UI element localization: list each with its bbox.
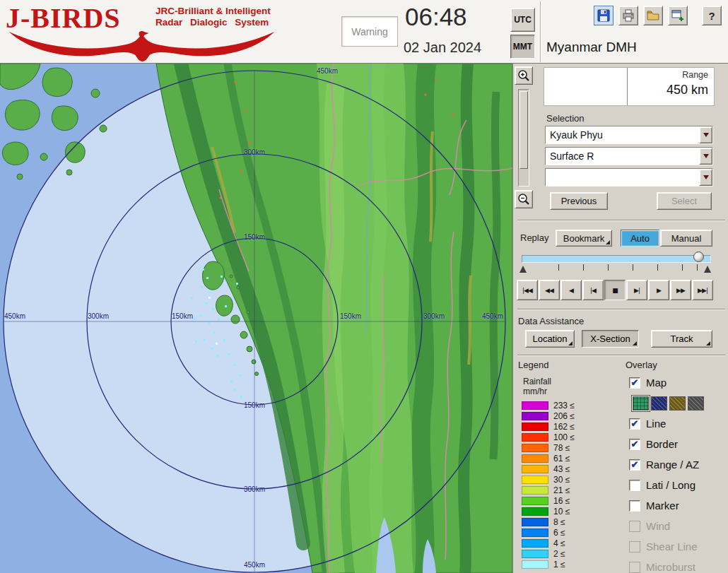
legend-units: Rainfall mm/hr xyxy=(523,377,551,397)
legend-color-swatch xyxy=(522,518,548,526)
zoom-slider-thumb[interactable] xyxy=(519,91,528,169)
legend-row: 206 ≤ xyxy=(522,410,575,421)
help-button[interactable]: ? xyxy=(702,6,722,25)
map-style-swatch-0[interactable] xyxy=(633,396,649,410)
manual-replay-button[interactable]: Manual xyxy=(660,230,712,247)
playback-skip-to-start-button[interactable]: |◀◀ xyxy=(517,280,538,300)
legend-row: 2 ≤ xyxy=(522,548,575,559)
legend-color-swatch xyxy=(522,465,548,473)
checkbox-border[interactable]: ✔ xyxy=(629,439,640,450)
overlay-item-border[interactable]: ✔Border xyxy=(629,434,727,454)
playback-play-button[interactable]: ▶ xyxy=(648,280,669,300)
playback-skip-to-end-button[interactable]: ▶▶| xyxy=(692,280,713,300)
legend-value-label: 16 ≤ xyxy=(553,496,570,506)
legend-row: 162 ≤ xyxy=(522,421,575,432)
playback-controls: |◀◀◀◀◀|◀■▶|▶▶▶▶▶| xyxy=(517,280,713,300)
checkbox-shear-line[interactable] xyxy=(629,541,640,553)
extra-dropdown[interactable] xyxy=(545,168,713,187)
map-style-swatch-1[interactable] xyxy=(651,396,667,410)
utc-toggle-button[interactable]: UTC xyxy=(510,8,535,32)
overlay-item-microburst[interactable]: Microburst xyxy=(629,557,727,573)
printer-icon xyxy=(621,8,635,23)
bookmark-button[interactable]: Bookmark xyxy=(556,230,612,247)
legend-color-swatch xyxy=(522,475,548,484)
save-button[interactable] xyxy=(594,6,613,25)
export-button[interactable] xyxy=(668,6,688,25)
data-assistance-section-label: Data Assistance xyxy=(518,316,584,326)
overlay-item-shear-line[interactable]: Shear Line xyxy=(629,536,727,557)
warning-label: Warning xyxy=(351,26,388,37)
map-style-swatch-3[interactable] xyxy=(688,396,704,410)
logo-tagline-1: JRC-Brilliant & Intelligent xyxy=(155,6,271,17)
checkbox-line[interactable]: ✔ xyxy=(629,418,640,430)
timeline-tick xyxy=(682,264,683,271)
eagle-logo-icon xyxy=(6,30,278,62)
export-window-plus-icon xyxy=(671,8,685,23)
legend-row: 30 ≤ xyxy=(522,474,575,485)
legend-row: 43 ≤ xyxy=(522,463,575,474)
map-style-swatches xyxy=(629,393,727,413)
data-assistance-track-button[interactable]: Track xyxy=(651,330,712,348)
range-label: Range xyxy=(633,70,708,80)
overlay-item-label: Range / AZ xyxy=(646,459,699,471)
extra-dropdown-value xyxy=(546,169,699,186)
overlay-item-line[interactable]: ✔Line xyxy=(629,413,727,434)
auto-replay-button[interactable]: Auto xyxy=(621,230,659,247)
legend-row: 61 ≤ xyxy=(522,453,575,463)
replay-timeline-thumb[interactable] xyxy=(693,252,704,262)
select-button[interactable]: Select xyxy=(657,192,712,210)
legend-row: 16 ≤ xyxy=(522,495,575,506)
legend-value-label: 2 ≤ xyxy=(553,549,565,559)
zoom-in-button[interactable] xyxy=(515,66,533,85)
previous-button[interactable]: Previous xyxy=(550,192,608,210)
toolbar: ? xyxy=(594,6,722,27)
chevron-down-icon[interactable] xyxy=(699,148,712,165)
radar-map-viewport[interactable]: 450km300km150km150km300km450km450km300km… xyxy=(0,64,512,573)
overlay-section-label: Overlay xyxy=(626,360,657,370)
legend-value-label: 21 ≤ xyxy=(553,485,570,495)
chevron-down-icon[interactable] xyxy=(699,126,712,143)
overlay-item-marker[interactable]: Marker xyxy=(629,495,727,516)
legend-value-label: 233 ≤ xyxy=(553,401,575,410)
checkbox-map[interactable]: ✔ xyxy=(629,377,640,389)
logo-tagline-2: Radar Dialogic System xyxy=(155,17,271,28)
map-style-swatch-2[interactable] xyxy=(669,396,686,410)
separator xyxy=(517,220,725,221)
checkbox-wind[interactable] xyxy=(629,521,640,532)
checkbox-microburst[interactable] xyxy=(629,562,640,573)
checkbox-marker[interactable] xyxy=(629,500,640,512)
chevron-down-icon[interactable] xyxy=(699,169,712,186)
playback-stop-button[interactable]: ■ xyxy=(604,280,626,300)
playback-step-forward-button[interactable]: ▶| xyxy=(626,280,647,300)
overlay-item-wind[interactable]: Wind xyxy=(629,516,727,536)
checkbox-range-az[interactable]: ✔ xyxy=(629,459,640,471)
mmt-toggle-button[interactable]: MMT xyxy=(510,35,535,59)
print-button[interactable] xyxy=(618,6,638,25)
site-dropdown[interactable]: Kyauk Phyu xyxy=(545,126,713,144)
playback-fast-rewind-button[interactable]: ◀◀ xyxy=(539,280,560,300)
zoom-out-button[interactable] xyxy=(515,190,533,208)
terrain-map-graphic xyxy=(0,64,512,573)
playback-step-backward-button[interactable]: |◀ xyxy=(582,280,604,300)
playback-play-backward-button[interactable]: ◀ xyxy=(560,280,582,300)
data-assistance-x-section-button[interactable]: X-Section xyxy=(582,330,639,348)
zoom-slider-track[interactable] xyxy=(518,89,529,187)
header: J-BIRDS JRC-Brilliant & Intelligent Rada… xyxy=(0,0,728,64)
overlay-item-map[interactable]: ✔Map xyxy=(629,372,727,393)
legend-row: 1 ≤ xyxy=(522,559,575,569)
data-assistance-location-button[interactable]: Location xyxy=(525,330,575,348)
overlay-item-lati-long[interactable]: Lati / Long xyxy=(629,475,727,495)
product-dropdown[interactable]: Surface R xyxy=(545,147,713,165)
selection-section-label: Selection xyxy=(546,113,584,124)
legend-color-swatch xyxy=(522,444,548,452)
legend-unit-line1: Rainfall xyxy=(523,377,551,386)
overlay-item-label: Microburst xyxy=(646,561,695,573)
replay-timeline-track[interactable] xyxy=(522,255,711,263)
floppy-disk-icon xyxy=(597,8,611,23)
checkbox-lati-long[interactable] xyxy=(629,480,640,491)
open-file-button[interactable] xyxy=(643,6,663,25)
overlay-item-range-az[interactable]: ✔Range / AZ xyxy=(629,454,727,475)
playback-fast-forward-button[interactable]: ▶▶ xyxy=(670,280,691,300)
jbirds-logo: J-BIRDS JRC-Brilliant & Intelligent Rada… xyxy=(6,1,285,62)
legend-value-label: 78 ≤ xyxy=(553,443,570,453)
